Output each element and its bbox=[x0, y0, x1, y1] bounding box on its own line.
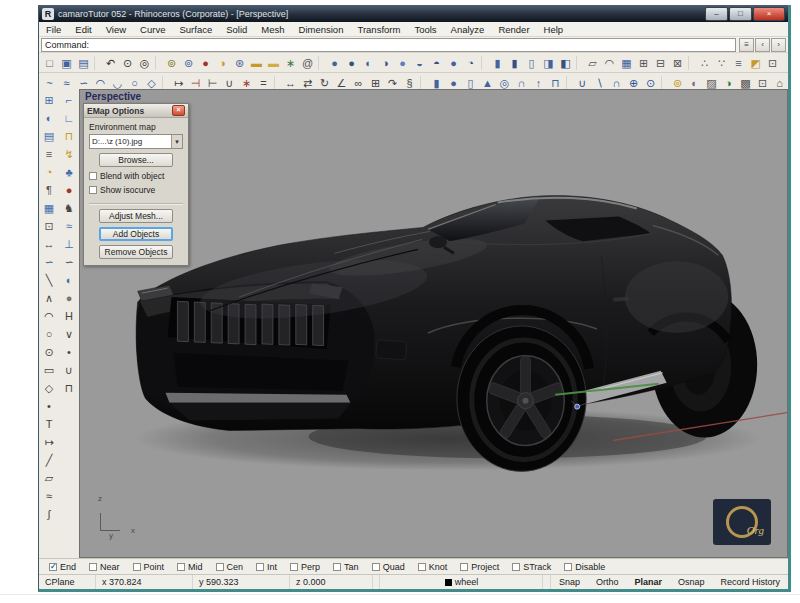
sphere-shade-5-icon[interactable]: ● bbox=[395, 55, 411, 71]
plane-icon[interactable]: ▱ bbox=[585, 55, 601, 71]
l-block-icon[interactable]: ⊥ bbox=[61, 236, 77, 252]
osnap-toggle[interactable]: Osnap bbox=[670, 575, 713, 589]
units-icon[interactable]: ⊡ bbox=[41, 218, 57, 234]
surface-tool-icon[interactable]: ▱ bbox=[41, 470, 57, 486]
menu-surface[interactable]: Surface bbox=[172, 24, 219, 35]
osnap-perp[interactable]: Perp bbox=[290, 562, 320, 572]
pipe-joint-icon[interactable]: ∟ bbox=[61, 110, 77, 126]
sphere-shade-4-icon[interactable]: ◑ bbox=[378, 55, 394, 71]
render-icon[interactable]: ⊚ bbox=[164, 55, 180, 71]
waves-icon[interactable]: ≈ bbox=[61, 218, 77, 234]
menu-tools[interactable]: Tools bbox=[407, 24, 443, 35]
shade-icon[interactable]: ◑ bbox=[215, 55, 231, 71]
menu-dimension[interactable]: Dimension bbox=[292, 24, 351, 35]
osnap-mid[interactable]: Mid bbox=[177, 562, 203, 572]
layers-icon[interactable]: ▤ bbox=[41, 128, 57, 144]
viewport-perspective[interactable]: Perspective EMap Options × Environment m… bbox=[79, 89, 788, 558]
grid-snap-icon[interactable]: ▦ bbox=[41, 200, 57, 216]
loft-icon[interactable]: ≈ bbox=[41, 488, 57, 504]
select-corner-icon[interactable]: ◩ bbox=[748, 55, 764, 71]
panel-icon[interactable]: ⊟ bbox=[653, 55, 669, 71]
sphere-shade-7-icon[interactable]: ◓ bbox=[429, 55, 445, 71]
save-icon[interactable]: ▣ bbox=[59, 55, 75, 71]
end-checkbox[interactable] bbox=[49, 563, 57, 571]
menu-curve[interactable]: Curve bbox=[133, 24, 172, 35]
notes-icon[interactable]: ¶ bbox=[41, 182, 57, 198]
render-ball-icon[interactable]: ● bbox=[61, 182, 77, 198]
chevron-down-icon[interactable]: ▾ bbox=[171, 135, 182, 148]
command-input[interactable]: Command: bbox=[41, 38, 736, 52]
cap-tool-icon[interactable]: ⊓ bbox=[61, 380, 77, 396]
command-next-button[interactable]: › bbox=[771, 38, 786, 52]
patch-icon[interactable]: ◠ bbox=[602, 55, 618, 71]
menu-view[interactable]: View bbox=[99, 24, 133, 35]
clamp-icon[interactable]: ⊓ bbox=[61, 128, 77, 144]
browse-button[interactable]: Browse... bbox=[99, 153, 173, 167]
osnap-end[interactable]: End bbox=[49, 562, 76, 572]
viewport-layout-icon[interactable]: ⊞ bbox=[41, 92, 57, 108]
gray-sphere-icon[interactable]: ● bbox=[61, 290, 77, 306]
snap-toggle[interactable]: Snap bbox=[551, 575, 588, 589]
sphere-shade-8-icon[interactable]: ● bbox=[446, 55, 462, 71]
blend-with-object-checkbox[interactable] bbox=[89, 172, 97, 180]
command-history-button[interactable]: ≡ bbox=[739, 38, 754, 52]
curve-edit-icon[interactable]: ╱ bbox=[41, 452, 57, 468]
osnap-int[interactable]: Int bbox=[256, 562, 277, 572]
show-isocurve-option[interactable]: Show isocurve bbox=[89, 185, 183, 195]
cen-checkbox[interactable] bbox=[216, 563, 224, 571]
box-display-5-icon[interactable]: ◧ bbox=[558, 55, 574, 71]
menu-transform[interactable]: Transform bbox=[350, 24, 407, 35]
add-objects-button[interactable]: Add Objects bbox=[99, 227, 173, 241]
flamingo-icon[interactable]: ∗ bbox=[283, 55, 299, 71]
arc-tool-icon[interactable]: ◠ bbox=[41, 308, 57, 324]
incremental-save-icon[interactable]: ▤ bbox=[76, 55, 92, 71]
mid-checkbox[interactable] bbox=[177, 563, 185, 571]
osnap-project[interactable]: Project bbox=[460, 562, 499, 572]
render-current-icon[interactable]: ● bbox=[198, 55, 214, 71]
adjust-mesh-button[interactable]: Adjust Mesh... bbox=[99, 209, 173, 223]
display-mode-icon[interactable]: ◐ bbox=[41, 110, 57, 126]
disable-checkbox[interactable] bbox=[564, 563, 572, 571]
line-icon[interactable]: ╲ bbox=[41, 272, 57, 288]
menu-file[interactable]: File bbox=[39, 24, 68, 35]
menu-help[interactable]: Help bbox=[537, 24, 571, 35]
lightning-icon[interactable]: ↯ bbox=[61, 146, 77, 162]
environment-map-dropdown[interactable]: D:...\z (10).jpg ▾ bbox=[89, 134, 183, 149]
osnap-disable[interactable]: Disable bbox=[564, 562, 605, 572]
int-checkbox[interactable] bbox=[256, 563, 264, 571]
ortho-toggle[interactable]: Ortho bbox=[588, 575, 627, 589]
sphere-shade-6-icon[interactable]: ◒ bbox=[412, 55, 428, 71]
rectangle-tool-icon[interactable]: ▭ bbox=[41, 362, 57, 378]
knot-checkbox[interactable] bbox=[418, 563, 426, 571]
polygon-tool-icon[interactable]: ◇ bbox=[41, 380, 57, 396]
command-prev-button[interactable]: ‹ bbox=[755, 38, 770, 52]
box-display-2-icon[interactable]: ▮ bbox=[507, 55, 523, 71]
front-wheel[interactable] bbox=[457, 326, 586, 471]
perp-checkbox[interactable] bbox=[290, 563, 298, 571]
osnap-near[interactable]: Near bbox=[89, 562, 120, 572]
select-rows-icon[interactable]: ≡ bbox=[731, 55, 747, 71]
close-icon[interactable]: × bbox=[172, 105, 185, 116]
maximize-button[interactable]: □ bbox=[729, 7, 752, 21]
u-tool-icon[interactable]: ∪ bbox=[61, 362, 77, 378]
tan-checkbox[interactable] bbox=[333, 563, 341, 571]
text-tool-icon[interactable]: T bbox=[41, 416, 57, 432]
polyline-icon[interactable]: ∧ bbox=[41, 290, 57, 306]
sphere-shade-2-icon[interactable]: ● bbox=[344, 55, 360, 71]
environment-editor-icon[interactable]: ▬ bbox=[266, 55, 282, 71]
zoom-window-icon[interactable]: ◎ bbox=[137, 55, 153, 71]
undo-icon[interactable]: ↶ bbox=[103, 55, 119, 71]
menu-mesh[interactable]: Mesh bbox=[254, 24, 291, 35]
grid-icon[interactable]: ⊞ bbox=[636, 55, 652, 71]
dialog-titlebar[interactable]: EMap Options × bbox=[84, 104, 188, 118]
box-display-3-icon[interactable]: ▯ bbox=[524, 55, 540, 71]
clover-icon[interactable]: ♣ bbox=[61, 164, 77, 180]
mesh-surface-icon[interactable]: ▦ bbox=[619, 55, 635, 71]
curve-tool-icon[interactable]: ∽ bbox=[41, 254, 57, 270]
box-display-4-icon[interactable]: ◨ bbox=[541, 55, 557, 71]
shaded-sphere-icon[interactable]: ◐ bbox=[61, 272, 77, 288]
circle-tool-icon[interactable]: ○ bbox=[41, 326, 57, 342]
close-button[interactable]: × bbox=[753, 7, 785, 21]
sphere-shade-1-icon[interactable]: ● bbox=[327, 55, 343, 71]
osnap-cen[interactable]: Cen bbox=[216, 562, 244, 572]
